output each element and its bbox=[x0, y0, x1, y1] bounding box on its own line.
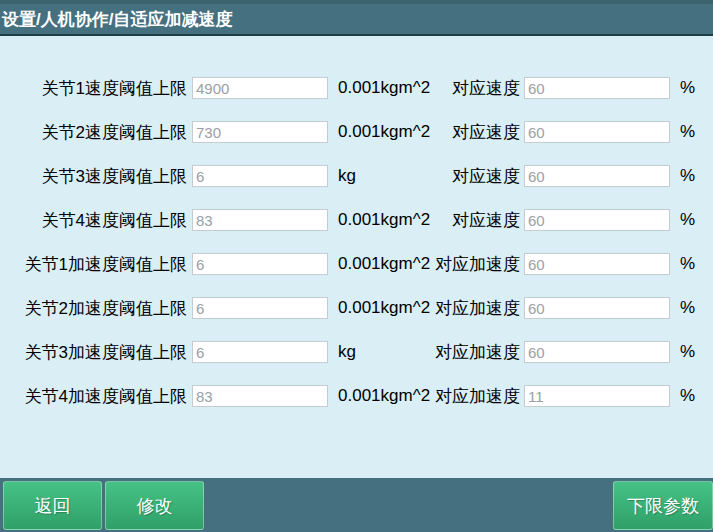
map-value-input[interactable] bbox=[524, 341, 670, 363]
unit-label: kg bbox=[338, 166, 433, 186]
map-value-input[interactable] bbox=[524, 253, 670, 275]
param-label: 关节3加速度阈值上限 bbox=[0, 341, 187, 364]
param-label: 关节1速度阈值上限 bbox=[0, 77, 187, 100]
parameter-row: 关节4加速度阈值上限 0.001kgm^2 对应加速度 % bbox=[0, 374, 713, 418]
threshold-input[interactable] bbox=[192, 341, 328, 363]
param-label: 关节2加速度阈值上限 bbox=[0, 297, 187, 320]
map-label: 对应加速度 bbox=[433, 253, 520, 276]
percent-label: % bbox=[680, 342, 695, 362]
map-value-input[interactable] bbox=[524, 77, 670, 99]
percent-label: % bbox=[680, 386, 695, 406]
parameter-row: 关节1速度阈值上限 0.001kgm^2 对应速度 % bbox=[0, 66, 713, 110]
unit-label: 0.001kgm^2 bbox=[338, 254, 433, 274]
percent-label: % bbox=[680, 122, 695, 142]
map-label: 对应加速度 bbox=[433, 297, 520, 320]
map-value-input[interactable] bbox=[524, 297, 670, 319]
map-label: 对应速度 bbox=[433, 77, 520, 100]
footer-bar: 返回 修改 下限参数 bbox=[0, 478, 713, 532]
param-label: 关节2速度阈值上限 bbox=[0, 121, 187, 144]
threshold-input[interactable] bbox=[192, 253, 328, 275]
parameter-row: 关节4速度阈值上限 0.001kgm^2 对应速度 % bbox=[0, 198, 713, 242]
map-label: 对应速度 bbox=[433, 209, 520, 232]
threshold-input[interactable] bbox=[192, 297, 328, 319]
unit-label: kg bbox=[338, 342, 433, 362]
percent-label: % bbox=[680, 166, 695, 186]
param-label: 关节4速度阈值上限 bbox=[0, 209, 187, 232]
unit-label: 0.001kgm^2 bbox=[338, 122, 433, 142]
percent-label: % bbox=[680, 298, 695, 318]
lower-limit-params-button[interactable]: 下限参数 bbox=[613, 481, 713, 530]
unit-label: 0.001kgm^2 bbox=[338, 210, 433, 230]
map-value-input[interactable] bbox=[524, 121, 670, 143]
map-label: 对应加速度 bbox=[433, 341, 520, 364]
unit-label: 0.001kgm^2 bbox=[338, 386, 433, 406]
parameter-row: 关节3加速度阈值上限 kg 对应加速度 % bbox=[0, 330, 713, 374]
modify-button[interactable]: 修改 bbox=[105, 481, 204, 530]
map-label: 对应速度 bbox=[433, 165, 520, 188]
map-value-input[interactable] bbox=[524, 209, 670, 231]
threshold-input[interactable] bbox=[192, 77, 328, 99]
title-bar: 设置/人机协作/自适应加减速度 bbox=[0, 0, 713, 36]
parameter-row: 关节1加速度阈值上限 0.001kgm^2 对应加速度 % bbox=[0, 242, 713, 286]
unit-label: 0.001kgm^2 bbox=[338, 78, 433, 98]
map-label: 对应加速度 bbox=[433, 385, 520, 408]
parameter-row: 关节3速度阈值上限 kg 对应速度 % bbox=[0, 154, 713, 198]
unit-label: 0.001kgm^2 bbox=[338, 298, 433, 318]
threshold-input[interactable] bbox=[192, 165, 328, 187]
percent-label: % bbox=[680, 254, 695, 274]
parameter-row: 关节2速度阈值上限 0.001kgm^2 对应速度 % bbox=[0, 110, 713, 154]
screen: 设置/人机协作/自适应加减速度 关节1速度阈值上限 0.001kgm^2 对应速… bbox=[0, 0, 713, 532]
page-title: 设置/人机协作/自适应加减速度 bbox=[0, 8, 232, 31]
map-value-input[interactable] bbox=[524, 165, 670, 187]
back-button[interactable]: 返回 bbox=[3, 481, 102, 530]
threshold-input[interactable] bbox=[192, 121, 328, 143]
threshold-input[interactable] bbox=[192, 385, 328, 407]
threshold-input[interactable] bbox=[192, 209, 328, 231]
percent-label: % bbox=[680, 78, 695, 98]
map-value-input[interactable] bbox=[524, 385, 670, 407]
parameter-row: 关节2加速度阈值上限 0.001kgm^2 对应加速度 % bbox=[0, 286, 713, 330]
percent-label: % bbox=[680, 210, 695, 230]
param-label: 关节1加速度阈值上限 bbox=[0, 253, 187, 276]
param-label: 关节3速度阈值上限 bbox=[0, 165, 187, 188]
map-label: 对应速度 bbox=[433, 121, 520, 144]
param-label: 关节4加速度阈值上限 bbox=[0, 385, 187, 408]
content-area: 关节1速度阈值上限 0.001kgm^2 对应速度 % 关节2速度阈值上限 0.… bbox=[0, 36, 713, 478]
